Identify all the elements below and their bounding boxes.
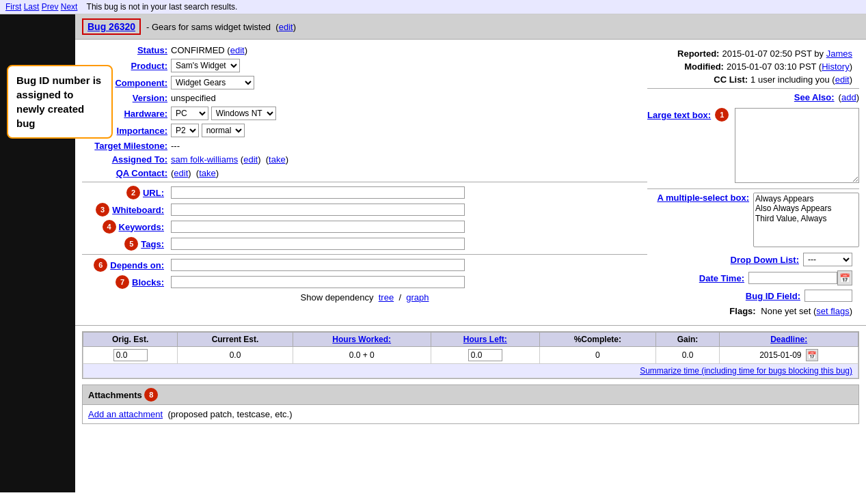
large-text-box-input[interactable] [735,108,859,183]
separator-1 [82,182,647,182]
dep-slash: / [398,292,401,303]
blocks-input[interactable] [171,276,465,288]
severity-select[interactable]: critical major normal minor trivial [202,124,245,137]
show-dep-graph-link[interactable]: graph [406,292,429,303]
large-text-box-label[interactable]: Large text box: [647,110,711,120]
current-est-header: Current Est. [178,333,293,347]
percent-complete-header: %Complete: [539,333,655,347]
see-also-add-link[interactable]: add [841,92,856,102]
deadline-calendar-icon[interactable]: 📅 [806,349,818,361]
blocks-label[interactable]: Blocks: [132,277,167,288]
whiteboard-badge: 3 [96,203,109,216]
nav-next[interactable]: Next [61,2,78,12]
add-attachment-desc: (proposed patch, testcase, etc.) [167,409,292,419]
product-select[interactable]: Sam's Widget Other Product [171,59,240,72]
depends-on-row: 6 Depends on: [82,258,647,272]
nav-first[interactable]: First [5,2,21,12]
assigned-to-label[interactable]: Assigned To: [82,154,171,165]
depends-on-label[interactable]: Depends on: [110,260,167,270]
target-milestone-label[interactable]: Target Milestone: [82,141,171,151]
date-time-label[interactable]: Date Time: [699,273,744,283]
cc-list-edit-link[interactable]: edit [835,74,850,85]
cc-list-row: CC List: 1 user including you (edit) [647,74,859,85]
search-result-message: This bug is not in your last search resu… [87,2,238,12]
deadline-header[interactable]: Deadline: [720,333,858,347]
priority-select[interactable]: P1 P2 P3 [171,124,199,137]
modified-close: ) [850,61,852,72]
summarize-row: Summarize time (including time for bugs … [83,364,858,378]
bug-id-field-label[interactable]: Bug ID Field: [746,291,800,301]
see-also-label[interactable]: See Also: [794,92,835,102]
deadline-cell: 2015-01-09 📅 [720,347,858,364]
fields-area: Status: CONFIRMED (edit) Product: Sam's … [75,40,866,322]
qa-contact-edit-link[interactable]: edit [174,168,188,178]
drop-down-select[interactable]: --- Option 1 Option 2 [803,253,852,266]
summarize-cell: Summarize time (including time for bugs … [83,364,858,378]
assigned-to-take-link[interactable]: take [269,154,286,165]
depends-on-input[interactable] [171,259,465,271]
target-milestone-row: Target Milestone: --- [82,141,647,151]
attachments-section: Attachments 8 Add an attachment (propose… [82,384,859,424]
set-flags-link[interactable]: set flags [816,306,849,316]
assigned-to-user-link[interactable]: sam folk-williams [171,154,238,165]
summarize-link[interactable]: Summarize time (including time for bugs … [640,366,852,376]
qa-contact-take-link[interactable]: take [199,168,216,178]
nav-prev[interactable]: Prev [42,2,59,12]
assigned-to-edit-link[interactable]: edit [243,154,258,165]
orig-est-cell [83,347,178,364]
history-link[interactable]: History [822,61,849,72]
whiteboard-input[interactable] [171,204,465,216]
platform-select[interactable]: PC Mac Linux [171,107,208,120]
url-input[interactable] [171,186,465,199]
separator-right-2 [647,188,859,189]
show-dependency-row: Show dependency tree / graph [82,292,647,303]
os-select[interactable]: Windows NT Windows XP Linux Mac OS X [211,107,276,120]
top-nav-bar: First Last Prev Next This bug is not in … [0,0,866,14]
keywords-input[interactable] [171,221,465,233]
hours-worked-header[interactable]: Hours Worked: [293,333,431,347]
separator-right-1 [647,88,859,89]
tags-badge: 5 [124,237,138,251]
qa-contact-label[interactable]: QA Contact: [82,168,171,178]
keywords-label[interactable]: Keywords: [119,222,167,232]
keywords-row: 4 Keywords: [82,220,647,234]
multi-select-label[interactable]: A multiple-select box: [657,193,749,203]
url-label[interactable]: URL: [143,188,167,198]
drop-down-label[interactable]: Drop Down List: [731,255,799,265]
add-attachment-link[interactable]: Add an attachment [88,409,163,419]
hardware-row: Hardware: PC Mac Linux Windows NT Window… [82,107,647,120]
depends-on-badge: 6 [94,258,107,272]
gain-header: Gain: [655,333,720,347]
whiteboard-label[interactable]: Whiteboard: [112,205,167,215]
tags-row: 5 Tags: [82,237,647,251]
date-time-calendar-icon[interactable]: 📅 [837,270,852,285]
multi-select-box[interactable]: Always Appears Also Always Appears Third… [753,193,859,247]
bug-title-edit-link[interactable]: edit [279,22,293,32]
reported-user-link[interactable]: James [826,48,852,59]
tags-label[interactable]: Tags: [141,239,167,249]
left-fields: Status: CONFIRMED (edit) Product: Sam's … [75,45,647,316]
version-value: unspecified [171,93,216,103]
date-time-row: Date Time: 📅 [647,270,859,285]
date-time-input[interactable] [748,272,837,284]
target-milestone-value: --- [171,141,180,151]
hours-worked-link[interactable]: Hours Worked: [332,335,391,344]
bug-title: - Gears for sams widget twisted (edit) [146,22,296,32]
nav-last[interactable]: Last [24,2,40,12]
whiteboard-row: 3 Whiteboard: [82,203,647,216]
orig-est-input[interactable] [113,349,148,361]
show-dep-tree-link[interactable]: tree [379,292,394,303]
time-tracking-data-row: 0.0 0.0 + 0 0 0.0 2015-01-09 📅 [83,347,858,364]
component-select[interactable]: Widget Gears Other Component [171,76,254,89]
deadline-link[interactable]: Deadline: [770,335,807,344]
separator-2 [82,254,647,255]
hours-left-input[interactable] [468,349,502,361]
qa-contact-row: QA Contact: (edit) (take) [82,168,647,178]
status-edit-link[interactable]: edit [230,45,245,55]
bug-id-field-input[interactable] [804,290,852,302]
status-label[interactable]: Status: [82,45,171,55]
bug-id-link[interactable]: Bug 26320 [82,18,141,35]
hours-left-link[interactable]: Hours Left: [463,335,507,344]
hours-left-header[interactable]: Hours Left: [431,333,539,347]
tags-input[interactable] [171,238,465,250]
